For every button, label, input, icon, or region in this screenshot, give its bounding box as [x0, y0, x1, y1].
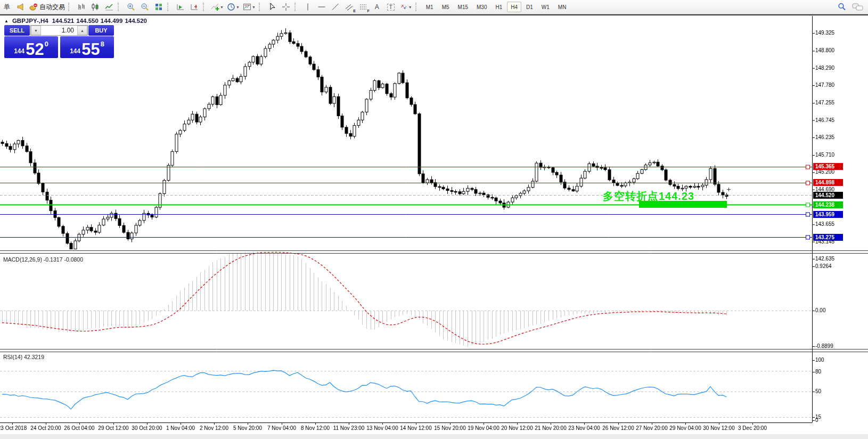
- rsi-tick-label: 0: [815, 417, 818, 424]
- ohlc-high: 144.550: [76, 18, 99, 24]
- chart-surface[interactable]: [0, 16, 868, 439]
- toolbar-right: [838, 3, 868, 12]
- timeframe-button-m1[interactable]: M1: [422, 2, 437, 12]
- macd-tick-label: 0.9264: [815, 263, 832, 270]
- timeframe-button-w1[interactable]: W1: [538, 2, 553, 12]
- sell-button[interactable]: SELL: [4, 25, 30, 36]
- new-order-button[interactable]: 单: [0, 1, 14, 13]
- hline-price-tag: 143.275: [813, 234, 843, 241]
- one-click-trading-panel: SELL ▼ 1.00 ▲ BUY 144 52 0 144 55 8: [4, 25, 114, 58]
- price-tick-label: 142.635: [815, 256, 834, 262]
- rsi-tick-label: 100: [815, 357, 824, 363]
- chevron-down-icon: ▼: [236, 5, 240, 9]
- line-chart-icon[interactable]: [102, 1, 116, 13]
- chart-shift-icon[interactable]: [187, 1, 201, 13]
- price-tick-label: 149.325: [815, 30, 834, 36]
- price-tick-label: 143.655: [815, 221, 834, 227]
- candlestick-chart-icon[interactable]: [88, 1, 102, 13]
- equidistant-channel-tool-icon[interactable]: E: [342, 1, 356, 13]
- price-tick-label: 148.290: [815, 65, 834, 71]
- templates-button[interactable]: ▼: [241, 1, 257, 13]
- channel-letter: E: [353, 9, 356, 13]
- arrows-tool-icon: [399, 3, 408, 11]
- toolbar-grip: [118, 3, 121, 11]
- macd-tick-label: -0.8899: [815, 343, 833, 349]
- chevron-down-icon: ▼: [220, 5, 224, 9]
- annotation-green-rectangle[interactable]: [639, 201, 727, 208]
- ohlc-close: 144.520: [125, 18, 147, 24]
- toolbar: 单 自动交易: [0, 0, 868, 14]
- fibonacci-tool-icon[interactable]: F: [356, 1, 370, 13]
- sell-price-display[interactable]: 144 52 0: [4, 36, 58, 58]
- chevron-down-icon: ▼: [408, 5, 412, 9]
- alerts-horn-icon[interactable]: [14, 1, 28, 13]
- vertical-line-tool-icon[interactable]: [301, 1, 315, 13]
- text-label-tool-icon[interactable]: T: [384, 1, 398, 13]
- zoom-in-icon[interactable]: [124, 1, 138, 13]
- mt4-window: 单 自动交易: [0, 0, 868, 439]
- volume-decrease-button[interactable]: ▼: [31, 26, 41, 35]
- current-price-tag: 144.520: [813, 192, 843, 199]
- auto-scroll-icon[interactable]: [174, 1, 187, 13]
- buy-button[interactable]: BUY: [88, 25, 114, 36]
- timeframe-button-m30[interactable]: M30: [473, 2, 490, 12]
- price-tick-label: 145.710: [815, 152, 834, 158]
- trendline-tool-icon[interactable]: [329, 1, 342, 13]
- new-order-label: 单: [4, 3, 10, 12]
- text-tool-icon[interactable]: A: [370, 1, 384, 13]
- hline-price-tag: 144.238: [813, 201, 843, 208]
- volume-stepper: ▼ 1.00 ▲: [30, 25, 88, 36]
- autotrading-icon: [29, 3, 38, 11]
- timeframe-button-d1[interactable]: D1: [522, 2, 537, 12]
- toolbar-grip: [415, 3, 419, 11]
- timeframe-button-mn[interactable]: MN: [554, 2, 570, 12]
- panel-collapse-icon[interactable]: ▲: [4, 19, 9, 23]
- indicators-add-icon: [211, 3, 219, 11]
- autotrading-button[interactable]: 自动交易: [28, 1, 67, 13]
- price-tick-label: 147.255: [815, 100, 834, 106]
- hline-price-tag: 145.365: [813, 163, 843, 170]
- price-tick-label: 146.745: [815, 117, 834, 124]
- buy-price-display[interactable]: 144 55 8: [60, 36, 114, 58]
- chevron-down-icon: ▼: [252, 5, 256, 9]
- template-icon: [243, 3, 251, 11]
- window-frame-line: [0, 14, 868, 15]
- chat-icon[interactable]: [852, 3, 864, 12]
- indicators-button[interactable]: ▼: [209, 1, 225, 13]
- bar-chart-icon[interactable]: [75, 1, 88, 13]
- price-tick-label: 147.780: [815, 82, 834, 88]
- periods-button[interactable]: ▼: [225, 1, 241, 13]
- macd-indicator-label: MACD(12,26,9) -0.1317 -0.0800: [3, 256, 83, 263]
- rsi-tick-label: 80: [815, 369, 821, 375]
- toolbar-grip: [259, 3, 263, 11]
- price-tick-label: 148.800: [815, 47, 834, 54]
- autotrading-label: 自动交易: [39, 3, 65, 12]
- timeframe-button-m15[interactable]: M15: [454, 2, 472, 12]
- timeframe-button-m5[interactable]: M5: [438, 2, 453, 12]
- clock-icon: [227, 3, 235, 11]
- volume-increase-button[interactable]: ▲: [77, 26, 87, 35]
- symbol-info-bar: ▲ GBPJPY-,H4 144.521 144.550 144.499 144…: [4, 18, 147, 24]
- search-icon[interactable]: [838, 3, 847, 12]
- arrows-tool-button[interactable]: ▼: [398, 1, 414, 13]
- cursor-icon[interactable]: [265, 1, 279, 13]
- horizontal-line-tool-icon[interactable]: [315, 1, 329, 13]
- ohlc-open: 144.521: [52, 18, 75, 24]
- toolbar-grip: [203, 3, 207, 11]
- zoom-out-icon[interactable]: [138, 1, 152, 13]
- timeframe-button-h1[interactable]: H1: [492, 2, 506, 12]
- toolbar-grip: [68, 3, 72, 11]
- timeframe-button-h4[interactable]: H4: [507, 2, 521, 12]
- toolbar-grip: [294, 3, 298, 11]
- rsi-indicator-label: RSI(14) 42.3219: [3, 354, 44, 360]
- time-axis-label: 3 Dec 20:00: [730, 425, 775, 432]
- volume-field[interactable]: 1.00: [41, 26, 77, 35]
- crosshair-icon[interactable]: [279, 1, 293, 13]
- bottom-strip: [0, 434, 868, 439]
- price-tick-label: 146.235: [815, 134, 834, 141]
- tile-windows-icon[interactable]: [152, 1, 166, 13]
- hline-price-tag: 144.898: [813, 179, 843, 186]
- timeframe-toolbar: M1M5M15M30H1H4D1W1MN: [422, 2, 571, 12]
- rsi-tick-label: 50: [815, 388, 821, 395]
- symbol-timeframe: GBPJPY-,H4: [12, 18, 48, 24]
